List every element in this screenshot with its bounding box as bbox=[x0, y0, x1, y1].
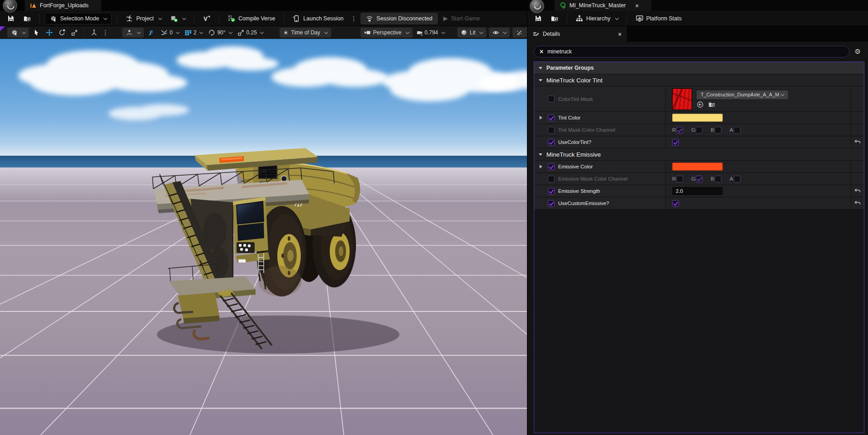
start-game-button[interactable]: ▶ Start Game bbox=[440, 13, 484, 24]
perspective-dropdown[interactable]: Perspective bbox=[360, 28, 413, 38]
show-flags-dropdown[interactable] bbox=[489, 28, 510, 38]
channel-checkbox[interactable] bbox=[734, 176, 740, 182]
scale-snap-dropdown[interactable]: 0.25 bbox=[235, 28, 266, 38]
hierarchy-dropdown[interactable]: Hierarchy bbox=[572, 13, 622, 24]
compile-verse-button[interactable]: Compile Verse bbox=[224, 13, 279, 24]
channel-checkbox[interactable] bbox=[696, 176, 702, 182]
launch-session-button[interactable]: Launch Session bbox=[289, 13, 347, 24]
time-of-day-dropdown[interactable]: ☀ Time of Day bbox=[280, 28, 331, 38]
surface-snap-dropdown[interactable] bbox=[122, 28, 144, 38]
expander[interactable] bbox=[538, 165, 544, 168]
uefn-menu-logo[interactable] bbox=[3, 0, 17, 13]
search-input[interactable] bbox=[547, 48, 843, 55]
session-status[interactable]: Session Disconnected bbox=[360, 13, 438, 24]
launch-session-label: Launch Session bbox=[303, 15, 343, 22]
texture-asset-dropdown[interactable]: T_Construction_DumpAxle_A_A_M bbox=[697, 91, 788, 99]
channel-checkbox[interactable] bbox=[734, 127, 740, 134]
reset-to-default-icon[interactable] bbox=[854, 201, 861, 206]
view-mode-dropdown[interactable]: Lit bbox=[457, 28, 487, 38]
clear-search-icon[interactable]: × bbox=[540, 48, 543, 55]
channel-checkbox[interactable] bbox=[715, 127, 721, 134]
close-icon[interactable]: × bbox=[636, 2, 639, 9]
param-row-colortint-mask: ColorTint Mask T_Construction_DumpAxle_A… bbox=[534, 86, 864, 111]
texture-thumbnail[interactable] bbox=[672, 88, 692, 110]
details-tab[interactable]: Details × bbox=[527, 26, 627, 42]
param-row-emissive-mask-channel: Emissive Mask Color Channel R G B bbox=[534, 172, 864, 185]
category-parameter-groups[interactable]: Parameter Groups bbox=[534, 62, 864, 74]
override-checkbox[interactable] bbox=[548, 139, 555, 146]
scale-tool-button[interactable] bbox=[69, 28, 81, 38]
param-name-cell: UseColorTint? bbox=[534, 136, 665, 148]
tint-color-swatch[interactable] bbox=[672, 114, 723, 122]
channel-label: A bbox=[730, 176, 733, 182]
rotation-snap-dropdown[interactable]: 90° bbox=[206, 28, 234, 38]
param-row-tint-color: Tint Color bbox=[534, 111, 864, 124]
verse-button[interactable]: V bbox=[199, 13, 214, 24]
session-options-ellipsis[interactable]: ⋮ bbox=[349, 15, 359, 22]
move-tool-button[interactable] bbox=[43, 28, 55, 38]
param-label: Tint Mask Color Channel bbox=[558, 127, 615, 133]
cloud bbox=[109, 107, 163, 120]
override-checkbox[interactable] bbox=[548, 163, 555, 170]
override-checkbox[interactable] bbox=[548, 188, 555, 195]
cloud bbox=[18, 64, 104, 87]
emissive-strength-input[interactable]: 2.0 bbox=[672, 187, 723, 195]
project-dropdown[interactable]: Project bbox=[122, 13, 165, 24]
group-minetruck-color-tint[interactable]: MineTruck Color Tint bbox=[534, 74, 864, 86]
add-device-dropdown[interactable] bbox=[167, 13, 189, 24]
close-icon[interactable]: × bbox=[618, 31, 621, 38]
select-mode-dropdown[interactable] bbox=[7, 28, 29, 38]
browse-to-asset-icon[interactable] bbox=[708, 101, 716, 108]
gear-icon[interactable]: ⚙ bbox=[855, 48, 861, 56]
expander[interactable] bbox=[538, 116, 544, 120]
channel-r: R bbox=[672, 176, 683, 182]
emissive-color-swatch[interactable] bbox=[672, 163, 723, 171]
group-minetruck-emissive[interactable]: MineTruck Emissive bbox=[534, 148, 864, 160]
mine-truck[interactable]: 717 bbox=[152, 145, 432, 358]
chevron-down-icon bbox=[260, 30, 264, 34]
vertex-snap-dropdown[interactable]: 0 bbox=[158, 28, 181, 38]
save-icon bbox=[7, 15, 14, 22]
reset-cell bbox=[851, 136, 864, 148]
reset-cell bbox=[851, 124, 864, 136]
channel-checkbox[interactable] bbox=[676, 176, 683, 182]
platform-stats-button[interactable]: Platform Stats bbox=[632, 13, 686, 24]
browse-content-button[interactable] bbox=[20, 13, 34, 24]
transform-space-button[interactable] bbox=[88, 28, 100, 38]
search-input-container[interactable]: × bbox=[534, 46, 849, 57]
override-checkbox[interactable] bbox=[548, 200, 555, 207]
override-checkbox[interactable] bbox=[548, 176, 555, 182]
override-checkbox[interactable] bbox=[548, 96, 555, 102]
selection-mode-dropdown[interactable]: Selection Mode bbox=[45, 13, 112, 24]
camera-speed-icon bbox=[417, 29, 423, 36]
optimization-icon bbox=[516, 29, 522, 36]
actor-snap-button[interactable]: F bbox=[146, 28, 157, 38]
bool-value-checkbox[interactable] bbox=[672, 139, 679, 146]
channel-a: A bbox=[730, 127, 740, 134]
channel-label: B bbox=[711, 176, 714, 182]
select-tool-button[interactable] bbox=[31, 28, 43, 38]
sun-icon: ☀ bbox=[283, 29, 289, 36]
reset-to-default-icon[interactable] bbox=[854, 139, 861, 145]
lit-sphere-icon bbox=[461, 29, 467, 36]
level-viewport[interactable]: 717 bbox=[0, 39, 527, 435]
camera-speed-dropdown[interactable]: 0.794 bbox=[414, 28, 447, 38]
reset-cell bbox=[851, 112, 864, 124]
asset-tab[interactable]: MI_MIneTruck_Master × bbox=[555, 0, 651, 11]
channel-checkbox[interactable] bbox=[696, 127, 702, 134]
grid-snap-dropdown[interactable]: 2 bbox=[182, 28, 205, 38]
compile-verse-icon bbox=[228, 15, 235, 22]
channel-checkbox[interactable] bbox=[715, 176, 721, 182]
save-asset-button[interactable] bbox=[531, 13, 545, 24]
project-tab[interactable]: FortForge_Uploads bbox=[25, 0, 101, 11]
save-button[interactable] bbox=[4, 13, 18, 24]
reset-to-default-icon[interactable] bbox=[854, 188, 861, 194]
override-checkbox[interactable] bbox=[548, 127, 555, 134]
rotate-tool-button[interactable] bbox=[56, 28, 68, 38]
use-selected-asset-icon[interactable] bbox=[697, 101, 704, 108]
browse-to-asset-button[interactable] bbox=[547, 13, 562, 24]
channel-checkbox[interactable] bbox=[676, 127, 683, 134]
override-checkbox[interactable] bbox=[548, 115, 555, 121]
bool-value-checkbox[interactable] bbox=[672, 200, 679, 207]
viewport-options-ellipsis[interactable]: ⋮ bbox=[100, 29, 110, 36]
